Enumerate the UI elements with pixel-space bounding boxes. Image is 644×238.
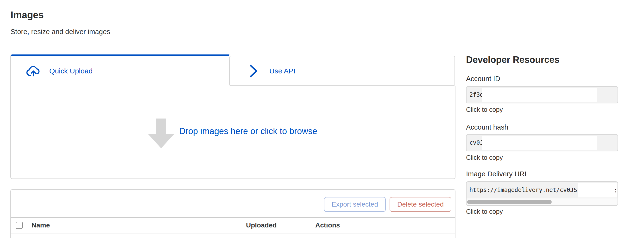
table-header-row: Name Uploaded Actions [11,218,455,234]
redaction-overlay [482,136,597,150]
tab-quick-upload[interactable]: Quick Upload [10,54,230,86]
export-selected-button[interactable]: Export selected [324,197,386,212]
developer-resources-panel: Developer Resources Account ID 2f3d Clic… [466,0,620,238]
account-id-label: Account ID [466,75,500,83]
image-list-card: Export selected Delete selected Name Upl… [10,189,456,238]
tab-use-api[interactable]: Use API [230,56,455,86]
list-toolbar: Export selected Delete selected [11,190,455,217]
developer-resources-heading: Developer Resources [466,55,560,65]
chevron-right-icon [249,64,258,78]
image-delivery-url-value: https://imagedelivery.net/cv0JSj [470,182,580,198]
page-subtitle: Store, resize and deliver images [10,28,110,36]
select-all-checkbox[interactable] [16,222,23,229]
image-delivery-url-label: Image Delivery URL [466,170,528,178]
delete-selected-button[interactable]: Delete selected [390,197,452,212]
horizontal-scrollbar [466,198,618,205]
image-drop-zone[interactable]: Drop images here or click to browse [10,86,456,179]
scrollbar-thumb[interactable] [467,200,552,204]
page-title: Images [10,9,44,20]
drop-zone-label[interactable]: Drop images here or click to browse [179,126,317,136]
account-hash-value: cv0J [470,135,483,151]
down-arrow-icon [148,119,174,148]
account-hash-copy-hint: Click to copy [466,154,503,161]
tab-use-api-label: Use API [269,67,295,75]
upload-tabs-card: Quick Upload Use API Drop images here or… [10,54,456,179]
account-hash-label: Account hash [466,123,508,131]
column-header-actions: Actions [315,222,340,229]
account-id-copy-hint: Click to copy [466,106,503,114]
column-header-name: Name [32,222,50,229]
clipped-url-character: : [614,187,616,194]
column-header-uploaded: Uploaded [246,222,277,229]
account-id-field[interactable]: 2f3d [466,86,618,103]
tab-quick-upload-label: Quick Upload [49,67,92,75]
image-delivery-url-field[interactable]: https://imagedelivery.net/cv0JSj : [466,181,618,206]
image-delivery-url-copy-hint: Click to copy [466,208,503,216]
cloud-upload-icon [26,65,41,77]
account-hash-field[interactable]: cv0J [466,134,618,151]
redaction-overlay [578,183,617,197]
account-id-value: 2f3d [470,87,483,103]
images-page: Images Store, resize and deliver images … [0,0,644,238]
redaction-overlay [482,88,597,102]
